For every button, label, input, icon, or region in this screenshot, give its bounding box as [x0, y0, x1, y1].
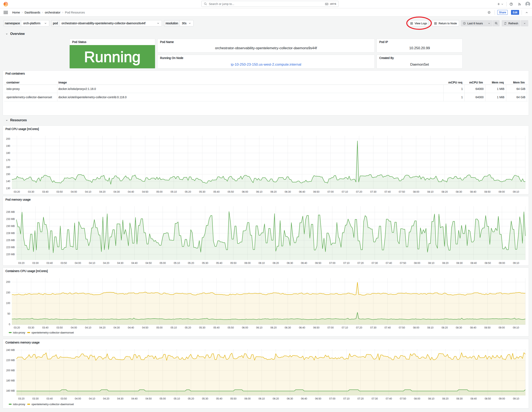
- svg-text:06:20: 06:20: [270, 326, 277, 329]
- svg-text:03:50: 03:50: [57, 191, 63, 193]
- svg-text:04:50: 04:50: [142, 191, 148, 193]
- svg-text:06:30: 06:30: [285, 191, 291, 193]
- svg-text:160: 160: [6, 166, 10, 169]
- svg-text:03:50: 03:50: [57, 326, 63, 329]
- svg-text:08:00: 08:00: [414, 262, 420, 265]
- svg-text:05:10: 05:10: [174, 262, 180, 265]
- svg-text:06:10: 06:10: [258, 397, 265, 400]
- svg-text:160 MB: 160 MB: [6, 389, 15, 392]
- svg-text:08:40: 08:40: [470, 326, 476, 329]
- svg-text:06:30: 06:30: [287, 262, 293, 265]
- svg-text:223 MB: 223 MB: [6, 246, 15, 249]
- svg-text:07:40: 07:40: [384, 191, 391, 193]
- svg-text:08:30: 08:30: [456, 326, 462, 329]
- svg-text:100: 100: [6, 302, 10, 305]
- svg-text:04:10: 04:10: [89, 397, 95, 400]
- svg-text:04:30: 04:30: [114, 326, 120, 329]
- svg-text:07:00: 07:00: [329, 262, 335, 265]
- svg-text:09:10: 09:10: [513, 326, 519, 329]
- svg-text:04:20: 04:20: [99, 326, 105, 329]
- svg-text:08:40: 08:40: [470, 262, 477, 265]
- svg-text:08:00: 08:00: [413, 191, 419, 193]
- svg-text:05:10: 05:10: [171, 191, 177, 193]
- svg-text:03:30: 03:30: [32, 397, 39, 400]
- svg-text:04:40: 04:40: [131, 397, 138, 400]
- svg-text:07:10: 07:10: [342, 191, 348, 193]
- svg-text:09:00: 09:00: [499, 262, 505, 265]
- svg-text:04:00: 04:00: [71, 191, 77, 193]
- svg-text:07:00: 07:00: [328, 326, 334, 329]
- svg-text:06:10: 06:10: [256, 326, 262, 329]
- svg-text:04:50: 04:50: [142, 326, 148, 329]
- svg-text:06:10: 06:10: [258, 262, 265, 265]
- svg-text:07:10: 07:10: [342, 326, 348, 329]
- svg-text:04:40: 04:40: [128, 326, 134, 329]
- svg-text:03:20: 03:20: [18, 262, 25, 265]
- svg-text:03:40: 03:40: [42, 191, 48, 193]
- svg-text:05:20: 05:20: [185, 326, 191, 329]
- svg-text:08:20: 08:20: [442, 262, 448, 265]
- svg-text:03:30: 03:30: [28, 191, 34, 193]
- svg-text:08:50: 08:50: [484, 191, 490, 193]
- svg-text:04:00: 04:00: [71, 326, 77, 329]
- svg-text:04:10: 04:10: [85, 326, 91, 329]
- svg-text:07:20: 07:20: [356, 326, 362, 329]
- svg-text:03:40: 03:40: [47, 397, 53, 400]
- svg-text:04:00: 04:00: [75, 397, 81, 400]
- svg-text:04:50: 04:50: [145, 397, 152, 400]
- svg-text:05:00: 05:00: [160, 262, 166, 265]
- svg-text:08:00: 08:00: [413, 326, 419, 329]
- svg-text:07:50: 07:50: [399, 326, 405, 329]
- svg-text:07:30: 07:30: [370, 326, 376, 329]
- svg-text:06:50: 06:50: [313, 191, 319, 193]
- svg-text:230 MB: 230 MB: [6, 225, 15, 228]
- svg-text:05:50: 05:50: [230, 397, 237, 400]
- svg-text:228 MB: 228 MB: [6, 232, 15, 235]
- svg-text:06:40: 06:40: [299, 191, 305, 193]
- svg-text:08:50: 08:50: [484, 326, 490, 329]
- svg-text:04:10: 04:10: [89, 262, 95, 265]
- svg-text:04:20: 04:20: [103, 262, 109, 265]
- svg-text:50: 50: [8, 312, 10, 315]
- svg-text:08:50: 08:50: [484, 397, 491, 400]
- svg-text:07:50: 07:50: [399, 191, 405, 193]
- svg-text:04:30: 04:30: [114, 191, 120, 193]
- svg-text:04:20: 04:20: [99, 191, 105, 193]
- svg-text:07:30: 07:30: [371, 397, 378, 400]
- svg-text:06:00: 06:00: [244, 397, 251, 400]
- svg-text:225 MB: 225 MB: [6, 239, 15, 242]
- svg-text:06:20: 06:20: [273, 397, 279, 400]
- svg-text:05:00: 05:00: [156, 326, 162, 329]
- svg-text:08:00: 08:00: [414, 397, 420, 400]
- svg-text:07:10: 07:10: [343, 262, 350, 265]
- svg-text:06:20: 06:20: [273, 262, 279, 265]
- svg-text:03:30: 03:30: [32, 262, 39, 265]
- svg-text:06:30: 06:30: [287, 397, 293, 400]
- svg-text:08:30: 08:30: [456, 262, 463, 265]
- svg-text:04:40: 04:40: [131, 262, 138, 265]
- svg-text:08:30: 08:30: [456, 191, 462, 193]
- svg-text:06:50: 06:50: [313, 326, 319, 329]
- svg-text:09:00: 09:00: [499, 191, 505, 193]
- svg-text:06:50: 06:50: [315, 397, 321, 400]
- svg-text:05:50: 05:50: [228, 326, 234, 329]
- svg-text:05:00: 05:00: [160, 397, 166, 400]
- svg-text:09:10: 09:10: [513, 397, 519, 400]
- svg-text:08:10: 08:10: [428, 262, 434, 265]
- svg-text:05:30: 05:30: [202, 262, 208, 265]
- svg-text:03:30: 03:30: [28, 326, 34, 329]
- svg-text:05:00: 05:00: [156, 191, 162, 193]
- svg-text:09:10: 09:10: [513, 191, 519, 193]
- svg-text:04:30: 04:30: [117, 397, 124, 400]
- svg-text:06:50: 06:50: [315, 262, 321, 265]
- svg-text:140: 140: [6, 180, 10, 183]
- svg-text:05:20: 05:20: [188, 397, 194, 400]
- svg-text:200: 200: [6, 137, 10, 140]
- svg-text:150: 150: [6, 291, 10, 294]
- svg-text:240 MB: 240 MB: [6, 349, 15, 352]
- svg-text:06:40: 06:40: [301, 397, 307, 400]
- svg-text:08:20: 08:20: [442, 326, 448, 329]
- svg-text:04:10: 04:10: [85, 191, 91, 193]
- svg-text:05:50: 05:50: [228, 191, 234, 193]
- svg-text:09:00: 09:00: [499, 397, 505, 400]
